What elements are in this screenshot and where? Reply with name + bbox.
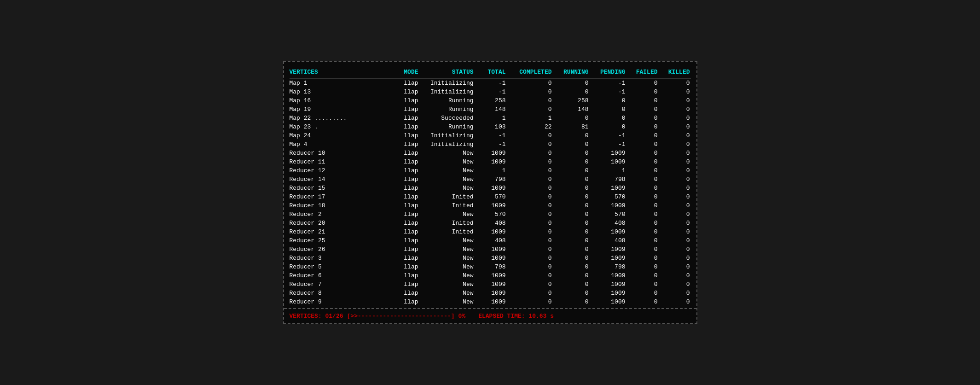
cell-completed: 0 <box>506 228 552 235</box>
cell-total: -1 <box>474 141 506 148</box>
cell-mode: llap <box>382 141 418 148</box>
cell-running: 0 <box>552 193 589 200</box>
cell-completed: 22 <box>506 123 552 130</box>
cell-killed: 0 <box>658 88 690 95</box>
cell-status: Inited <box>418 228 474 235</box>
table-row: Reducer 2 llap New 570 0 0 570 0 0 <box>290 210 691 219</box>
cell-pending: 1009 <box>589 272 626 279</box>
cell-vertices: Map 4 <box>290 141 382 148</box>
cell-vertices: Map 13 <box>290 88 382 95</box>
header-pending: PENDING <box>589 69 626 76</box>
cell-completed: 0 <box>506 263 552 270</box>
cell-killed: 0 <box>658 115 690 122</box>
vertices-status: VERTICES: 01/26 <box>290 313 343 320</box>
cell-total: 1009 <box>474 246 506 253</box>
table-row: Map 16 llap Running 258 0 258 0 0 0 <box>290 96 691 105</box>
cell-killed: 0 <box>658 246 690 253</box>
cell-running: 0 <box>552 158 589 165</box>
cell-completed: 0 <box>506 290 552 297</box>
cell-running: 0 <box>552 290 589 297</box>
cell-failed: 0 <box>626 123 658 130</box>
cell-total: -1 <box>474 80 506 87</box>
cell-vertices: Reducer 14 <box>290 176 382 183</box>
cell-killed: 0 <box>658 167 690 174</box>
table-row: Reducer 15 llap New 1009 0 0 1009 0 0 <box>290 184 691 192</box>
cell-killed: 0 <box>658 185 690 192</box>
cell-status: New <box>418 255 474 262</box>
cell-status: Running <box>418 123 474 130</box>
cell-status: New <box>418 176 474 183</box>
cell-total: 1009 <box>474 150 506 157</box>
cell-pending: -1 <box>589 80 626 87</box>
cell-total: 1009 <box>474 228 506 235</box>
cell-completed: 0 <box>506 132 552 139</box>
cell-pending: 570 <box>589 211 626 218</box>
cell-vertices: Reducer 17 <box>290 193 382 200</box>
cell-mode: llap <box>382 290 418 297</box>
cell-failed: 0 <box>626 255 658 262</box>
cell-failed: 0 <box>626 211 658 218</box>
cell-status: New <box>418 290 474 297</box>
cell-completed: 0 <box>506 281 552 288</box>
cell-pending: 0 <box>589 115 626 122</box>
cell-mode: llap <box>382 255 418 262</box>
table-row: Reducer 9 llap New 1009 0 0 1009 0 0 <box>290 298 691 306</box>
elapsed-time: ELAPSED TIME: 10.63 s <box>478 313 554 320</box>
cell-running: 0 <box>552 167 589 174</box>
cell-pending: 408 <box>589 220 626 227</box>
cell-vertices: Reducer 26 <box>290 246 382 253</box>
cell-status: New <box>418 167 474 174</box>
cell-killed: 0 <box>658 123 690 130</box>
cell-total: 1009 <box>474 202 506 209</box>
cell-total: -1 <box>474 132 506 139</box>
cell-killed: 0 <box>658 263 690 270</box>
progress-bar: [>>--------------------------] <box>347 313 455 320</box>
cell-killed: 0 <box>658 290 690 297</box>
cell-completed: 0 <box>506 193 552 200</box>
table-row: Reducer 7 llap New 1009 0 0 1009 0 0 <box>290 280 691 289</box>
cell-total: 1 <box>474 115 506 122</box>
cell-completed: 0 <box>506 167 552 174</box>
cell-vertices: Reducer 2 <box>290 211 382 218</box>
cell-vertices: Reducer 10 <box>290 150 382 157</box>
cell-total: 1009 <box>474 290 506 297</box>
percent-label: 0% <box>458 313 466 320</box>
cell-completed: 0 <box>506 106 552 113</box>
table-row: Reducer 20 llap Inited 408 0 0 408 0 0 <box>290 219 691 228</box>
cell-mode: llap <box>382 132 418 139</box>
cell-total: 148 <box>474 106 506 113</box>
cell-running: 0 <box>552 255 589 262</box>
cell-killed: 0 <box>658 132 690 139</box>
cell-failed: 0 <box>626 202 658 209</box>
cell-vertices: Map 24 <box>290 132 382 139</box>
cell-running: 0 <box>552 88 589 95</box>
cell-mode: llap <box>382 185 418 192</box>
cell-completed: 0 <box>506 141 552 148</box>
cell-killed: 0 <box>658 106 690 113</box>
cell-failed: 0 <box>626 290 658 297</box>
cell-pending: 1009 <box>589 228 626 235</box>
cell-killed: 0 <box>658 298 690 305</box>
cell-mode: llap <box>382 115 418 122</box>
cell-completed: 0 <box>506 246 552 253</box>
cell-killed: 0 <box>658 158 690 165</box>
cell-failed: 0 <box>626 185 658 192</box>
table-row: Reducer 5 llap New 798 0 0 798 0 0 <box>290 262 691 271</box>
cell-killed: 0 <box>658 150 690 157</box>
cell-failed: 0 <box>626 141 658 148</box>
cell-mode: llap <box>382 123 418 130</box>
cell-mode: llap <box>382 193 418 200</box>
cell-completed: 0 <box>506 298 552 305</box>
cell-total: 1009 <box>474 281 506 288</box>
cell-pending: 1 <box>589 167 626 174</box>
table-row: Map 13 llap Initializing -1 0 0 -1 0 0 <box>290 88 691 96</box>
cell-status: Initializing <box>418 141 474 148</box>
cell-vertices: Reducer 25 <box>290 237 382 244</box>
cell-mode: llap <box>382 272 418 279</box>
cell-running: 0 <box>552 246 589 253</box>
cell-mode: llap <box>382 211 418 218</box>
cell-running: 0 <box>552 272 589 279</box>
cell-running: 0 <box>552 150 589 157</box>
cell-completed: 0 <box>506 237 552 244</box>
cell-completed: 0 <box>506 80 552 87</box>
